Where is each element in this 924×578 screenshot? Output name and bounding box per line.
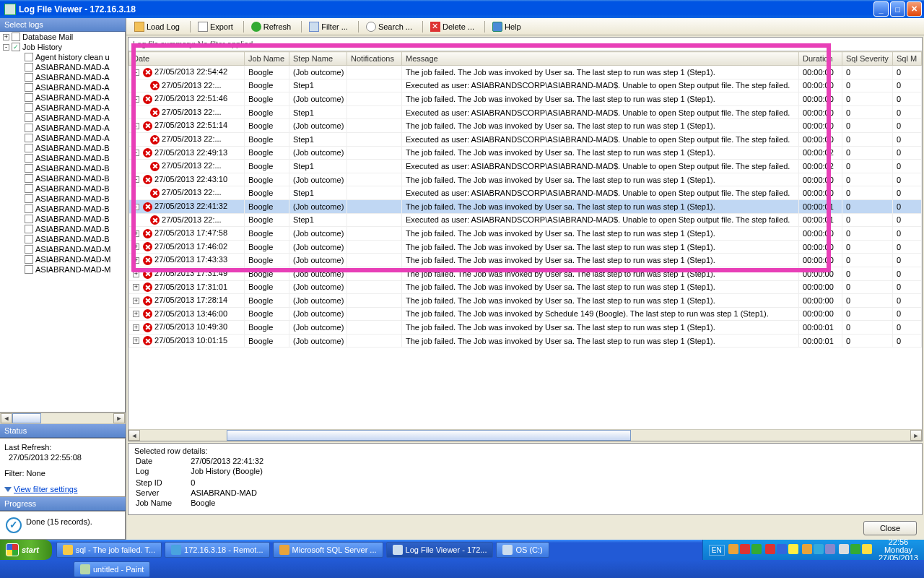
expand-icon[interactable]: - bbox=[133, 96, 139, 103]
table-row[interactable]: + 27/05/2013 10:49:30Boogle(Job outcome)… bbox=[129, 321, 922, 335]
checkbox[interactable] bbox=[25, 83, 33, 92]
tree-item[interactable]: ASIABRAND-MAD-A bbox=[0, 123, 125, 133]
table-row[interactable]: + 27/05/2013 17:47:58Boogle(Job outcome)… bbox=[129, 227, 922, 241]
start-button[interactable]: start bbox=[0, 540, 52, 560]
help-button[interactable]: Help bbox=[487, 20, 526, 34]
table-row[interactable]: + 27/05/2013 13:46:00Boogle(Job outcome)… bbox=[129, 307, 922, 321]
table-row[interactable]: + 27/05/2013 17:43:33Boogle(Job outcome)… bbox=[129, 254, 922, 267]
expand-icon[interactable]: - bbox=[133, 150, 139, 156]
table-row[interactable]: + 27/05/2013 17:31:49Boogle(Job outcome)… bbox=[129, 267, 922, 280]
tree-item[interactable]: ASIABRAND-MAD-A bbox=[0, 82, 125, 92]
checkbox[interactable] bbox=[25, 93, 33, 102]
table-row[interactable]: - 27/05/2013 22:51:46Boogle(Job outcome)… bbox=[129, 92, 922, 106]
checkbox[interactable] bbox=[25, 124, 33, 132]
checkbox[interactable] bbox=[25, 184, 33, 193]
taskbar-item[interactable]: Log File Viewer - 172... bbox=[386, 542, 494, 558]
load-log-button[interactable]: Load Log bbox=[129, 20, 185, 34]
filter-button[interactable]: Filter ... bbox=[304, 20, 353, 34]
tree-item[interactable]: ASIABRAND-MAD-A bbox=[0, 62, 125, 72]
column-header[interactable]: Message bbox=[402, 52, 799, 66]
close-button[interactable]: ✕ bbox=[907, 1, 922, 17]
table-row[interactable]: 27/05/2013 22:...BoogleStep1Executed as … bbox=[129, 105, 922, 119]
minimize-button[interactable]: _ bbox=[873, 1, 889, 17]
checkbox[interactable] bbox=[25, 73, 33, 82]
tree-item[interactable]: ASIABRAND-MAD-B bbox=[0, 214, 125, 224]
grid-hscrollbar[interactable]: ◄► bbox=[128, 429, 922, 441]
table-row[interactable]: 27/05/2013 22:...BoogleStep1Executed as … bbox=[129, 132, 922, 146]
checkbox[interactable] bbox=[25, 225, 33, 233]
checkbox[interactable] bbox=[25, 53, 33, 61]
table-row[interactable]: - 27/05/2013 22:51:14Boogle(Job outcome)… bbox=[129, 119, 922, 133]
tree-item[interactable]: ASIABRAND-MAD-B bbox=[0, 173, 125, 184]
checkbox[interactable] bbox=[25, 164, 33, 173]
checkbox[interactable] bbox=[25, 113, 33, 122]
column-header[interactable]: Sql M bbox=[893, 52, 922, 66]
checkbox[interactable] bbox=[25, 63, 33, 72]
checkbox[interactable]: ✓ bbox=[12, 43, 20, 51]
tree-item[interactable]: ASIABRAND-MAD-A bbox=[0, 92, 125, 103]
tree-item[interactable]: ASIABRAND-MAD-B bbox=[0, 204, 125, 214]
table-row[interactable]: - 27/05/2013 22:54:42Boogle(Job outcome)… bbox=[129, 66, 922, 79]
logs-tree[interactable]: +Database Mail-✓Job HistoryAgent history… bbox=[0, 32, 126, 413]
expand-icon[interactable]: + bbox=[133, 337, 139, 344]
expand-icon[interactable]: - bbox=[133, 204, 139, 210]
checkbox[interactable] bbox=[25, 154, 33, 163]
checkbox[interactable] bbox=[25, 103, 33, 112]
table-row[interactable]: 27/05/2013 22:...BoogleStep1Executed as … bbox=[129, 186, 922, 200]
tree-item[interactable]: ASIABRAND-MAD-A bbox=[0, 103, 125, 113]
delete-button[interactable]: ✕Delete ... bbox=[425, 20, 479, 34]
column-header[interactable]: Date bbox=[129, 52, 245, 66]
checkbox[interactable] bbox=[25, 245, 33, 254]
table-row[interactable]: + 27/05/2013 17:28:14Boogle(Job outcome)… bbox=[129, 294, 922, 308]
taskbar-item[interactable]: 172.16.3.18 - Remot... bbox=[165, 542, 269, 558]
checkbox[interactable] bbox=[25, 235, 33, 243]
expand-icon[interactable]: + bbox=[133, 257, 139, 264]
table-row[interactable]: - 27/05/2013 22:43:10Boogle(Job outcome)… bbox=[129, 173, 922, 186]
tree-item[interactable]: ASIABRAND-MAD-B bbox=[0, 224, 125, 234]
tree-item[interactable]: ASIABRAND-MAD-A bbox=[0, 72, 125, 82]
taskbar-item[interactable]: Microsoft SQL Server ... bbox=[273, 542, 383, 558]
tree-item[interactable]: ASIABRAND-MAD-A bbox=[0, 113, 125, 123]
expand-icon[interactable]: + bbox=[133, 230, 139, 237]
table-row[interactable]: + 27/05/2013 10:01:15Boogle(Job outcome)… bbox=[129, 334, 922, 348]
tree-item[interactable]: -✓Job History bbox=[0, 42, 125, 52]
tree-item[interactable]: ASIABRAND-MAD-M bbox=[0, 244, 125, 254]
tree-item[interactable]: +Database Mail bbox=[0, 32, 125, 42]
expand-icon[interactable]: + bbox=[133, 324, 139, 331]
tree-item[interactable]: ASIABRAND-MAD-B bbox=[0, 143, 125, 153]
checkbox[interactable] bbox=[25, 265, 33, 274]
column-header[interactable]: Job Name bbox=[245, 52, 289, 66]
table-row[interactable]: 27/05/2013 22:...BoogleStep1Executed as … bbox=[129, 213, 922, 227]
checkbox[interactable] bbox=[25, 134, 33, 142]
table-row[interactable]: - 27/05/2013 22:41:32Boogle(Job outcome)… bbox=[129, 199, 922, 213]
tree-item[interactable]: ASIABRAND-MAD-B bbox=[0, 163, 125, 173]
tree-hscrollbar[interactable]: ◄► bbox=[0, 413, 126, 424]
checkbox[interactable] bbox=[12, 33, 20, 41]
tree-item[interactable]: ASIABRAND-MAD-B bbox=[0, 153, 125, 163]
close-dialog-button[interactable]: Close bbox=[863, 521, 917, 535]
table-row[interactable]: + 27/05/2013 17:46:02Boogle(Job outcome)… bbox=[129, 240, 922, 254]
table-row[interactable]: 27/05/2013 22:...BoogleStep1Executed as … bbox=[129, 79, 922, 92]
checkbox[interactable] bbox=[25, 255, 33, 264]
language-indicator[interactable]: EN bbox=[709, 545, 725, 556]
expand-icon[interactable]: - bbox=[133, 176, 139, 183]
taskbar-item[interactable]: sql - The job failed. T... bbox=[56, 542, 162, 558]
column-header[interactable]: Duration bbox=[799, 52, 842, 66]
column-header[interactable]: Step Name bbox=[289, 52, 347, 66]
expand-icon[interactable]: - bbox=[133, 69, 139, 76]
tree-item[interactable]: ASIABRAND-MAD-M bbox=[0, 254, 125, 264]
taskbar-item-paint[interactable]: untitled - Paint bbox=[74, 561, 150, 577]
checkbox[interactable] bbox=[25, 174, 33, 183]
checkbox[interactable] bbox=[25, 215, 33, 223]
expand-icon[interactable]: + bbox=[133, 271, 139, 277]
search-button[interactable]: Search ... bbox=[361, 20, 417, 34]
maximize-button[interactable]: □ bbox=[890, 1, 905, 17]
tree-item[interactable]: ASIABRAND-MAD-B bbox=[0, 184, 125, 194]
expand-icon[interactable]: - bbox=[133, 123, 139, 129]
tree-item[interactable]: ASIABRAND-MAD-A bbox=[0, 133, 125, 143]
table-row[interactable]: + 27/05/2013 17:31:01Boogle(Job outcome)… bbox=[129, 280, 922, 294]
expand-icon[interactable]: + bbox=[133, 298, 139, 304]
tree-item[interactable]: ASIABRAND-MAD-M bbox=[0, 264, 125, 275]
expand-icon[interactable]: + bbox=[133, 311, 139, 317]
windows-taskbar[interactable]: start sql - The job failed. T...172.16.3… bbox=[0, 540, 924, 578]
